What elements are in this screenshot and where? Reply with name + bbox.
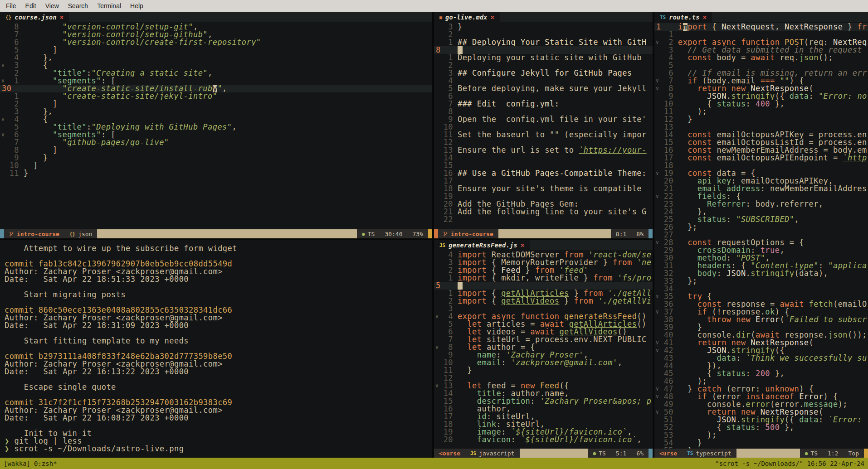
menu-file[interactable]: File xyxy=(2,1,20,11)
code-row[interactable] xyxy=(5,391,432,399)
code-row[interactable]: 17 xyxy=(434,177,653,185)
code-row[interactable]: ∨4export async function generateRssFeed(… xyxy=(434,313,653,320)
code-row[interactable]: ∨8 return new NextResponse( xyxy=(654,85,868,92)
code-row[interactable]: 2 xyxy=(434,31,653,39)
menu-terminal[interactable]: Terminal xyxy=(93,1,125,11)
code-row[interactable]: 45 { status: 200 }, xyxy=(654,370,868,377)
generate-rss-feed-js-code[interactable]: 4import ReactDOMServer from 'react-dom/s… xyxy=(434,250,653,449)
fold-icon[interactable]: ∨ xyxy=(654,393,660,401)
code-row[interactable]: ∨48 if (error instanceof Error) { xyxy=(654,393,868,401)
code-row[interactable]: ∨6 "segments": [ xyxy=(0,131,432,139)
code-row[interactable]: 8 ] xyxy=(0,146,432,154)
code-row[interactable]: 20Add the GitHub Pages Gem: xyxy=(434,200,653,208)
code-row[interactable]: 20 api_key: emailOctopusAPIKey, xyxy=(654,177,868,185)
code-row[interactable]: 27 xyxy=(654,231,868,239)
fold-icon[interactable]: ∨ xyxy=(434,382,440,390)
code-row[interactable]: 22 xyxy=(434,216,653,223)
code-row[interactable]: 18 link: siteUrl, xyxy=(434,421,653,428)
code-row[interactable]: ❯ scrot -s ~/Downloads/astro-live.png xyxy=(5,445,432,453)
code-row[interactable]: 38 throw new Error(`Failed to subscr xyxy=(654,316,868,324)
fold-icon[interactable]: ∨ xyxy=(654,385,660,393)
menu-search[interactable]: Search xyxy=(64,1,92,11)
code-row[interactable]: 8 "version-control/setup-git", xyxy=(0,23,432,31)
code-row[interactable]: 5 "title":"Deploying with GitHub Pages", xyxy=(0,123,432,131)
code-row[interactable]: 2 "title":"Creating a static site", xyxy=(0,69,432,77)
go-live-mdx-code[interactable]: 3} 2 1## Deploying Your Static Site with… xyxy=(434,22,653,229)
code-row[interactable]: 10 { status: 400 }, xyxy=(654,100,868,108)
fold-icon[interactable]: ∨ xyxy=(654,39,660,46)
code-row[interactable]: ∨50 return new NextResponse( xyxy=(654,408,868,416)
code-row[interactable]: 19 xyxy=(434,193,653,200)
code-row[interactable]: Start migrating posts xyxy=(5,291,432,299)
code-row[interactable]: 9 } xyxy=(0,154,432,162)
code-row[interactable] xyxy=(5,345,432,353)
fold-icon[interactable]: ∨ xyxy=(654,347,660,354)
code-row[interactable]: 1Deploying your static site with GitHub xyxy=(434,54,653,62)
fold-icon[interactable]: ∨ xyxy=(0,116,6,123)
code-row[interactable]: 51 JSON.stringify({ data: `Error: xyxy=(654,416,868,424)
code-row[interactable]: 33 }; xyxy=(654,277,868,285)
code-row[interactable]: 24 }, xyxy=(654,208,868,216)
fold-icon[interactable]: ∨ xyxy=(0,131,6,139)
code-row[interactable]: ∨19 const data = { xyxy=(654,169,868,177)
code-row-current[interactable]: 8 xyxy=(434,46,653,54)
fold-icon[interactable]: ∨ xyxy=(654,169,660,177)
code-row[interactable]: 16## Use a GitHub Pages-Compatible Theme… xyxy=(434,169,653,177)
code-row[interactable]: 3} xyxy=(434,23,653,31)
code-row[interactable]: 16 author, xyxy=(434,405,653,413)
code-row[interactable]: Date: Sat Apr 22 16:08:27 2023 +0000 xyxy=(5,414,432,422)
code-row[interactable]: Author: Zachary Proser <zackproser@gmail… xyxy=(5,314,432,322)
fold-icon[interactable]: ∨ xyxy=(654,293,660,300)
close-icon[interactable]: × xyxy=(491,14,494,21)
code-row[interactable]: 18Ensure your site's theme is compatible xyxy=(434,185,653,193)
code-row[interactable]: 49 console.error(error.message); xyxy=(654,401,868,408)
code-row[interactable]: Init to win it xyxy=(5,430,432,437)
close-icon[interactable]: × xyxy=(521,242,524,249)
code-row[interactable]: 1import { mkdir, writeFile } from 'fs/pr… xyxy=(434,274,653,282)
code-row[interactable]: 5 ] xyxy=(0,46,432,54)
code-row[interactable]: 20 favicon: `${siteUrl}/favicon.ico`, xyxy=(434,436,653,444)
fold-icon[interactable]: ∨ xyxy=(434,343,440,351)
code-row[interactable]: 4import ReactDOMServer from 'react-dom/s… xyxy=(434,251,653,259)
code-row[interactable]: 44 }), xyxy=(654,362,868,370)
route-ts-code[interactable]: 1import { NextRequest, NextResponse } fr… xyxy=(654,22,868,449)
code-row[interactable]: 7 "version-control/setup-github", xyxy=(0,31,432,39)
code-row[interactable]: 5 xyxy=(654,62,868,69)
code-row[interactable]: Escape single quote xyxy=(5,383,432,391)
code-row[interactable]: 10 xyxy=(434,123,653,131)
code-row[interactable]: 4 xyxy=(434,77,653,85)
code-row[interactable]: 40 console.dir(await response.json()); xyxy=(654,331,868,339)
code-row[interactable]: Author: Zachary Proser <zackproser@gmail… xyxy=(5,360,432,368)
code-row[interactable]: commit 31c7f2f1cf15f73268b2532947003162b… xyxy=(5,399,432,406)
code-row[interactable]: ∨4 { xyxy=(0,116,432,123)
code-row[interactable]: 13Ensure the url is set to `https://your… xyxy=(434,146,653,154)
code-row[interactable]: 21 email_address: newMemberEmailAddres xyxy=(654,185,868,193)
code-row[interactable]: 36 const response = await fetch(emailO xyxy=(654,300,868,308)
code-row[interactable]: ∨37 if (!response.ok) { xyxy=(654,308,868,316)
code-row[interactable]: 18 xyxy=(654,162,868,169)
fold-icon[interactable]: ∨ xyxy=(654,408,660,416)
code-row[interactable]: 3 xyxy=(434,305,653,313)
pane-terminal[interactable]: Attempt to wire up the subscribe form wi… xyxy=(0,240,432,458)
code-row[interactable]: ∨1 "segments": [ xyxy=(0,77,432,85)
course-json-code[interactable]: 8 "version-control/setup-git", 7 "versio… xyxy=(0,22,432,229)
code-row[interactable]: 21Add the following line to your site's … xyxy=(434,208,653,216)
code-row[interactable]: 10 ] xyxy=(0,162,432,169)
code-row[interactable]: 9 name: 'Zachary Proser', xyxy=(434,351,653,359)
code-row[interactable]: 14 xyxy=(434,154,653,162)
code-row[interactable]: Date: Sat Apr 22 16:13:22 2023 +0000 xyxy=(5,368,432,376)
code-row[interactable]: 15 xyxy=(434,162,653,169)
code-row[interactable]: 11Set the baseurl to "" (especially impo… xyxy=(434,131,653,139)
code-row[interactable]: 4 const body = await req.json(); xyxy=(654,54,868,62)
code-row[interactable]: 12 } xyxy=(654,116,868,123)
fold-icon[interactable]: ∨ xyxy=(654,239,660,247)
code-row[interactable]: 19 image: `${siteUrl}/favicon.ico`, xyxy=(434,428,653,436)
code-row[interactable]: 1 "create-static-site/jekyl-intro" xyxy=(0,92,432,100)
code-row[interactable]: ∨3 { xyxy=(0,62,432,69)
code-row[interactable]: 2 xyxy=(434,62,653,69)
code-row[interactable]: 39 } xyxy=(654,324,868,331)
code-row[interactable]: Date: Sat Apr 22 18:31:09 2023 +0000 xyxy=(5,322,432,329)
code-row[interactable]: 6 xyxy=(434,92,653,100)
code-row[interactable]: 26 }; xyxy=(654,223,868,231)
code-row[interactable]: 7 "github-pages/go-live" xyxy=(0,139,432,146)
